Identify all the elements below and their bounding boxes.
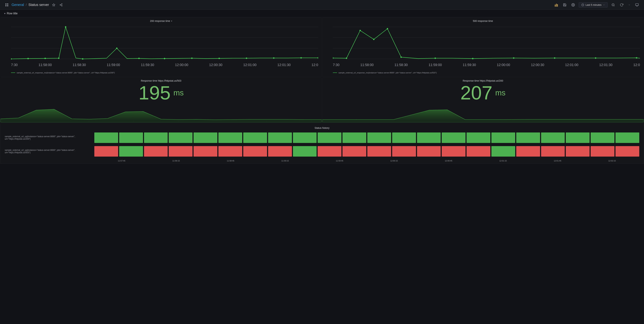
time-range-button[interactable]: Last 5 minutes [579,2,608,7]
breadcrumb-home[interactable]: General [12,3,24,7]
clock-icon [581,3,584,6]
status-block [516,146,540,157]
zoom-out-button[interactable] [610,2,616,8]
status-row-label-503: sample_external_url_up{instance="status-… [5,149,92,154]
svg-point-30 [28,58,29,59]
status-block [194,146,217,157]
svg-rect-3 [7,5,8,6]
svg-point-7 [62,5,62,6]
share-button[interactable] [58,2,64,7]
chart-legend-500: sample_external_url_response_ms{instance… [333,72,436,74]
svg-point-42 [300,57,302,59]
svg-text:12:02:00: 12:02:00 [633,63,640,67]
svg-text:11:59:00: 11:59:00 [107,63,120,67]
status-block [616,133,639,143]
status-block [566,146,590,157]
status-block [243,146,267,157]
svg-marker-4 [52,3,55,6]
status-block [442,146,466,157]
svg-point-40 [246,57,247,59]
svg-point-38 [191,57,193,59]
page-title: Status server [28,3,49,7]
stat-unit-503: ms [174,88,184,97]
status-block [318,146,342,157]
panel-500-title: 500 response time [322,18,644,23]
svg-line-8 [60,5,62,5]
panel-200-stat: Response time https://httpstat.us/200 20… [322,77,644,123]
timestamp-4: 11:59:45 [312,160,367,162]
status-block [442,133,466,143]
status-timestamps: 11:57:45 11:58:15 11:58:45 11:59:15 11:5… [5,160,639,162]
status-block [417,133,441,143]
header-icons: Last 5 minutes [554,2,640,8]
chart-svg-500: 350 ms 300 ms 250 ms 200 ms [333,25,640,68]
svg-point-41 [273,57,274,59]
svg-marker-84 [0,109,322,122]
status-block [417,146,441,157]
status-block [392,133,416,143]
refresh-button[interactable] [619,2,624,8]
svg-line-16 [614,5,614,6]
status-block [541,146,565,157]
app-menu-button[interactable] [4,2,10,7]
status-block [218,133,242,143]
status-block [94,133,118,143]
status-block [342,146,366,157]
svg-point-33 [65,26,66,28]
status-block [367,133,391,143]
svg-marker-85 [322,110,644,122]
svg-point-31 [44,58,46,59]
star-button[interactable] [51,2,56,7]
status-block [566,133,590,143]
save-button[interactable] [562,2,568,8]
svg-line-9 [60,4,62,4]
screen-button[interactable] [634,2,640,8]
panel-title-chevron: ▾ [171,20,172,22]
refresh-chevron-button[interactable] [627,3,632,7]
bar-chart-button[interactable] [554,2,559,8]
status-block [144,133,168,143]
svg-text:11:57:30: 11:57:30 [11,63,18,67]
status-blocks-503 [94,146,639,157]
status-blocks-200 [94,133,639,143]
svg-point-72 [595,57,596,59]
svg-rect-2 [6,5,6,6]
stat-value-503: 195 [138,83,170,102]
svg-text:12:00:00: 12:00:00 [497,63,510,67]
status-block [466,146,490,157]
timestamp-8: 12:01:45 [530,160,585,162]
sparkline-503 [0,105,322,122]
svg-text:12:00:30: 12:00:30 [531,63,544,67]
svg-text:12:01:30: 12:01:30 [599,63,612,67]
svg-point-63 [346,57,347,59]
timestamp-0: 11:57:45 [94,160,149,162]
status-block [218,146,242,157]
status-row-503: sample_external_url_up{instance="status-… [5,146,639,157]
status-block [392,146,416,157]
timestamp-5: 12:00:15 [367,160,421,162]
row-title-bar[interactable]: ▾ Row title [0,10,644,17]
timestamp-2: 11:58:45 [203,160,258,162]
stat-value-row-503: 195 ms [0,83,322,106]
row-title-chevron: ▾ [4,12,6,15]
svg-point-66 [387,28,388,29]
row-title-label: Row title [7,12,18,15]
svg-rect-11 [556,4,556,7]
status-block [94,146,118,157]
panels-grid: 200 response time ▾ 350 ms 300 ms 250 ms… [0,17,644,123]
legend-line-500 [333,73,337,73]
svg-point-65 [373,39,374,40]
svg-point-37 [164,58,166,59]
sparkline-200 [322,105,644,122]
timestamp-7: 12:01:15 [476,160,530,162]
settings-button[interactable] [570,2,576,8]
svg-point-39 [218,58,220,59]
status-block [169,133,192,143]
breadcrumb-separator: / [26,3,26,7]
status-block [590,146,614,157]
svg-text:11:58:30: 11:58:30 [72,63,86,67]
header: General / Status server [0,0,644,10]
svg-point-68 [434,57,436,59]
status-block [293,133,317,143]
svg-point-67 [400,56,402,58]
